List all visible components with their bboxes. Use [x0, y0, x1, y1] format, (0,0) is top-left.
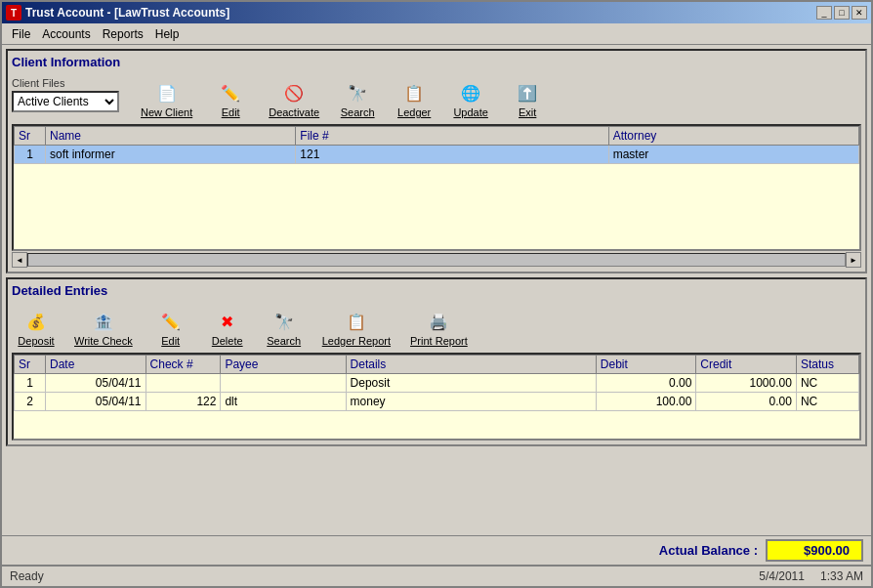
print-report-icon: 🖨️ [425, 308, 452, 335]
client-col-attorney: Attorney [608, 127, 858, 146]
deposit-icon: 💰 [22, 308, 50, 335]
exit-label: Exit [519, 106, 536, 118]
status-bar: Ready 5/4/2011 1:33 AM [2, 565, 871, 586]
search-client-btn[interactable]: 🔭 Search [333, 77, 382, 120]
close-btn[interactable]: ✕ [852, 6, 867, 20]
entry-row[interactable]: 2 05/04/11 122 dlt money 100.00 0.00 NC [15, 393, 859, 411]
main-window: T Trust Account - [LawTrust Accounts] _ … [0, 0, 873, 588]
edit-client-icon: ✏️ [217, 79, 244, 106]
ledger-report-label: Ledger Report [322, 335, 391, 347]
client-sr: 1 [15, 146, 46, 164]
client-name: soft informer [46, 146, 296, 164]
search-entry-btn[interactable]: 🔭 Search [260, 306, 309, 349]
update-btn[interactable]: 🌐 Update [446, 77, 495, 120]
client-col-file: File # [296, 127, 608, 146]
scroll-track[interactable] [27, 253, 846, 267]
scroll-right-btn[interactable]: ► [846, 252, 861, 268]
entry-col-debit: Debit [596, 356, 696, 374]
entry-details: money [346, 393, 596, 411]
status-date: 5/4/2011 [759, 569, 805, 583]
new-client-label: New Client [141, 106, 192, 118]
entry-col-check: Check # [146, 356, 221, 374]
entry-payee: dlt [221, 393, 346, 411]
client-toolbar: Client Files Active Clients Inactive Cli… [12, 73, 861, 124]
entries-grid: Sr Date Check # Payee Details Debit Cred… [14, 355, 859, 411]
entry-col-date: Date [46, 356, 146, 374]
exit-icon: ⬆️ [514, 79, 541, 106]
client-files-wrapper: Client Files Active Clients Inactive Cli… [12, 77, 119, 112]
edit-entry-btn[interactable]: ✏️ Edit [146, 306, 195, 349]
delete-label: Delete [212, 335, 243, 347]
ledger-report-btn[interactable]: 📋 Ledger Report [316, 306, 396, 349]
entry-check [146, 374, 221, 393]
entry-check: 122 [146, 393, 221, 411]
edit-client-btn[interactable]: ✏️ Edit [206, 77, 255, 120]
status-ready: Ready [10, 569, 44, 583]
client-info-panel: Client Information Client Files Active C… [6, 49, 867, 273]
client-row[interactable]: 1 soft informer 121 master [15, 146, 859, 164]
minimize-btn[interactable]: _ [816, 6, 832, 20]
balance-bar: Actual Balance : $900.00 [2, 535, 871, 565]
client-files-select[interactable]: Active Clients Inactive Clients All Clie… [12, 91, 119, 112]
deactivate-btn[interactable]: 🚫 Deactivate [263, 77, 325, 120]
client-grid: Sr Name File # Attorney 1 soft informer … [14, 126, 859, 164]
maximize-btn[interactable]: □ [834, 6, 850, 20]
deactivate-label: Deactivate [269, 106, 319, 118]
write-check-icon: 🏦 [90, 308, 117, 335]
window-title: Trust Account - [LawTrust Accounts] [25, 6, 229, 20]
menu-reports[interactable]: Reports [97, 25, 149, 43]
edit-client-label: Edit [222, 106, 240, 118]
entry-details: Deposit [346, 374, 596, 393]
entry-debit: 0.00 [596, 374, 696, 393]
deposit-btn[interactable]: 💰 Deposit [12, 306, 61, 349]
scroll-left-btn[interactable]: ◄ [12, 252, 27, 268]
entry-date: 05/04/11 [46, 374, 146, 393]
new-client-btn[interactable]: 📄 New Client [135, 77, 198, 120]
entry-status: NC [796, 374, 858, 393]
entry-status: NC [796, 393, 858, 411]
entry-debit: 100.00 [596, 393, 696, 411]
write-check-label: Write Check [74, 335, 133, 347]
deposit-label: Deposit [18, 335, 54, 347]
app-icon: T [6, 5, 21, 21]
search-entry-label: Search [267, 335, 301, 347]
client-col-sr: Sr [15, 127, 46, 146]
entry-sr: 1 [15, 374, 46, 393]
update-icon: 🌐 [457, 79, 484, 106]
exit-btn[interactable]: ⬆️ Exit [503, 77, 552, 120]
menu-bar: File Accounts Reports Help [2, 23, 871, 45]
title-bar: T Trust Account - [LawTrust Accounts] _ … [2, 2, 871, 23]
status-right: 5/4/2011 1:33 AM [759, 569, 863, 583]
client-attorney: master [608, 146, 858, 164]
print-report-btn[interactable]: 🖨️ Print Report [404, 306, 474, 349]
delete-btn[interactable]: ✖ Delete [203, 306, 252, 349]
delete-icon: ✖ [214, 308, 241, 335]
write-check-btn[interactable]: 🏦 Write Check [68, 306, 139, 349]
entry-row[interactable]: 1 05/04/11 Deposit 0.00 1000.00 NC [15, 374, 859, 393]
balance-label: Actual Balance : [659, 543, 758, 558]
entry-sr: 2 [15, 393, 46, 411]
edit-entry-label: Edit [161, 335, 180, 347]
entry-col-credit: Credit [696, 356, 797, 374]
update-label: Update [453, 106, 487, 118]
new-client-icon: 📄 [153, 79, 181, 106]
search-client-label: Search [341, 106, 375, 118]
print-report-label: Print Report [410, 335, 468, 347]
balance-value: $900.00 [766, 539, 863, 562]
menu-help[interactable]: Help [149, 25, 186, 43]
client-info-title: Client Information [12, 55, 861, 69]
entry-col-status: Status [796, 356, 858, 374]
ledger-btn[interactable]: 📋 Ledger [390, 77, 438, 120]
entries-grid-container[interactable]: Sr Date Check # Payee Details Debit Cred… [12, 353, 861, 441]
menu-accounts[interactable]: Accounts [36, 25, 96, 43]
client-grid-container[interactable]: Sr Name File # Attorney 1 soft informer … [12, 124, 861, 251]
ledger-report-icon: 📋 [343, 308, 370, 335]
entry-col-details: Details [346, 356, 596, 374]
window-controls: _ □ ✕ [816, 6, 867, 20]
client-scroll-area: ◄ ► [12, 252, 861, 268]
status-time: 1:33 AM [820, 569, 863, 583]
client-file: 121 [296, 146, 608, 164]
detailed-entries-panel: Detailed Entries 💰 Deposit 🏦 Write Check… [6, 277, 867, 446]
entry-col-sr: Sr [15, 356, 46, 374]
menu-file[interactable]: File [6, 25, 36, 43]
